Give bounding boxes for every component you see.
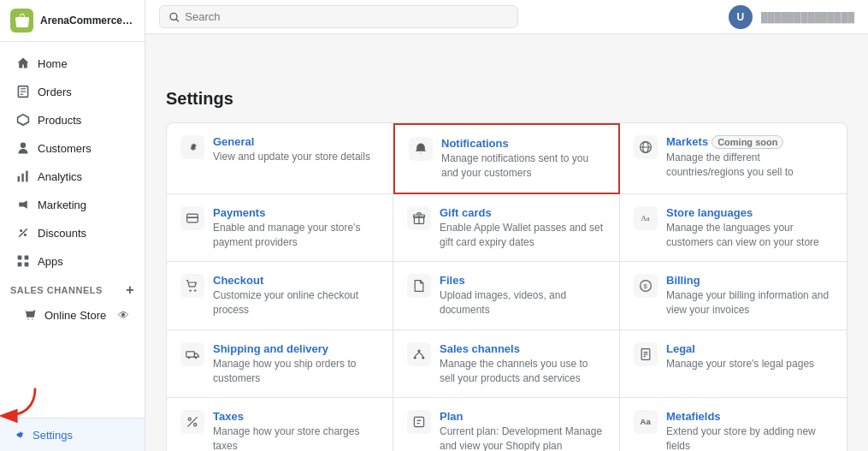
notifications-icon: [409, 137, 433, 161]
svg-point-34: [195, 357, 197, 359]
sidebar-item-discounts[interactable]: Discounts: [5, 219, 139, 246]
legal-icon: [634, 342, 658, 366]
files-desc: Upload images, videos, and documents: [440, 288, 605, 317]
plan-icon: [407, 410, 431, 434]
page-title: Settings: [166, 89, 847, 109]
discounts-icon: [15, 225, 31, 240]
sidebar-header: ArenaCommerce - Sho...: [0, 0, 145, 42]
sales-channels-section: SALES CHANNELS +: [0, 276, 145, 301]
settings-item-checkout[interactable]: Checkout Customize your online checkout …: [167, 262, 393, 330]
svg-point-28: [189, 290, 191, 292]
files-icon: [407, 274, 431, 298]
settings-card: General View and update your store detai…: [166, 122, 847, 451]
plan-title: Plan: [440, 410, 605, 423]
sidebar-item-home[interactable]: Home: [5, 50, 139, 77]
sidebar-item-online-store[interactable]: Online Store 👁: [5, 302, 139, 328]
svg-rect-12: [18, 263, 22, 267]
svg-rect-10: [18, 256, 22, 260]
products-icon: [15, 112, 31, 128]
checkout-desc: Customize your online checkout process: [213, 288, 379, 317]
topbar: U ██████████████: [145, 0, 868, 34]
notifications-title: Notifications: [441, 137, 605, 150]
shipping-icon: [180, 342, 204, 366]
svg-point-37: [422, 356, 424, 359]
settings-item-store-languages[interactable]: Aa Store languages Manage the languages …: [620, 194, 847, 263]
settings-item-gift-cards[interactable]: Gift cards Enable Apple Wallet passes an…: [393, 194, 620, 263]
svg-point-7: [20, 229, 22, 232]
notifications-desc: Manage notifications sent to you and you…: [441, 151, 605, 181]
svg-point-45: [194, 424, 197, 426]
sidebar-label-discounts: Discounts: [38, 227, 86, 240]
sidebar-item-analytics[interactable]: Analytics: [5, 163, 139, 190]
search-icon: [168, 11, 180, 23]
sidebar: ArenaCommerce - Sho... Home Orders Produ…: [0, 0, 145, 451]
settings-item-legal[interactable]: Legal Manage your store's legal pages: [620, 330, 847, 399]
search-bar[interactable]: [159, 5, 518, 28]
svg-point-8: [24, 234, 27, 236]
sidebar-label-customers: Customers: [38, 142, 92, 155]
billing-title: Billing: [666, 274, 833, 287]
sidebar-label-marketing: Marketing: [38, 199, 86, 211]
settings-item-markets[interactable]: MarketsComing soon Manage the different …: [620, 123, 847, 194]
metafields-desc: Extend your store by adding new fields: [666, 424, 833, 451]
settings-item-notifications[interactable]: Notifications Manage notifications sent …: [393, 123, 620, 194]
settings-item-billing[interactable]: $ Billing Manage your billing informatio…: [620, 262, 847, 330]
sidebar-nav: Home Orders Products Customers: [0, 42, 145, 418]
checkout-title: Checkout: [213, 274, 379, 287]
payments-desc: Enable and manage your store's payment p…: [213, 221, 379, 250]
topbar-right: U ██████████████: [729, 5, 854, 29]
general-title: General: [213, 135, 379, 148]
store-name: ArenaCommerce - Sho...: [40, 15, 134, 27]
svg-point-44: [188, 418, 191, 421]
settings-item-general[interactable]: General View and update your store detai…: [167, 123, 393, 194]
orders-icon: [15, 84, 31, 99]
sidebar-item-marketing[interactable]: Marketing: [5, 191, 139, 218]
coming-soon-badge: Coming soon: [712, 135, 783, 149]
settings-item-plan[interactable]: Plan Current plan: Development Manage an…: [393, 398, 620, 451]
svg-point-29: [194, 290, 196, 292]
user-avatar: U: [729, 5, 753, 29]
plan-desc: Current plan: Development Manage and vie…: [440, 424, 605, 451]
settings-item-metafields[interactable]: Aa Metafields Extend your store by addin…: [620, 398, 847, 451]
billing-desc: Manage your billing information and view…: [666, 288, 833, 317]
settings-item-taxes[interactable]: Taxes Manage how your store charges taxe…: [167, 398, 393, 451]
markets-desc: Manage the different countries/regions y…: [666, 151, 833, 180]
files-title: Files: [440, 274, 605, 287]
settings-item-shipping[interactable]: Shipping and delivery Manage how you shi…: [167, 330, 393, 399]
svg-rect-11: [25, 256, 29, 260]
svg-line-39: [419, 352, 423, 356]
svg-rect-46: [414, 418, 423, 427]
home-icon: [15, 56, 31, 71]
billing-icon: $: [634, 274, 658, 298]
general-desc: View and update your store details: [213, 150, 379, 164]
settings-item-files[interactable]: Files Upload images, videos, and documen…: [393, 262, 620, 330]
store-languages-desc: Manage the languages your customers can …: [666, 221, 833, 250]
search-input[interactable]: [185, 10, 509, 23]
sales-channels-desc: Manage the channels you use to sell your…: [440, 357, 605, 386]
settings-item-sales-channels[interactable]: Sales channels Manage the channels you u…: [393, 330, 620, 399]
svg-rect-13: [25, 263, 29, 267]
shipping-title: Shipping and delivery: [213, 342, 379, 355]
svg-point-14: [27, 318, 28, 319]
gift-cards-title: Gift cards: [440, 206, 605, 219]
sidebar-label-analytics: Analytics: [38, 170, 82, 183]
add-channel-icon[interactable]: +: [126, 282, 134, 298]
sidebar-item-apps[interactable]: Apps: [5, 247, 139, 275]
settings-label: Settings: [32, 429, 73, 442]
sidebar-item-orders[interactable]: Orders: [5, 78, 139, 105]
store-logo: [10, 9, 33, 33]
store-languages-icon: Aa: [634, 206, 658, 230]
gift-cards-desc: Enable Apple Wallet passes and set gift …: [440, 221, 605, 250]
svg-rect-4: [18, 176, 20, 181]
online-store-label: Online Store: [44, 309, 106, 322]
settings-grid: General View and update your store detai…: [167, 123, 847, 451]
metafields-icon: Aa: [634, 410, 658, 434]
sidebar-item-products[interactable]: Products: [5, 106, 139, 134]
markets-title: MarketsComing soon: [666, 135, 833, 149]
checkout-icon: [180, 274, 204, 298]
settings-item-payments[interactable]: Payments Enable and manage your store's …: [167, 194, 393, 263]
payments-title: Payments: [213, 206, 379, 219]
sidebar-item-customers[interactable]: Customers: [5, 134, 139, 162]
sales-channels-icon: [407, 342, 431, 366]
svg-point-33: [188, 357, 190, 359]
